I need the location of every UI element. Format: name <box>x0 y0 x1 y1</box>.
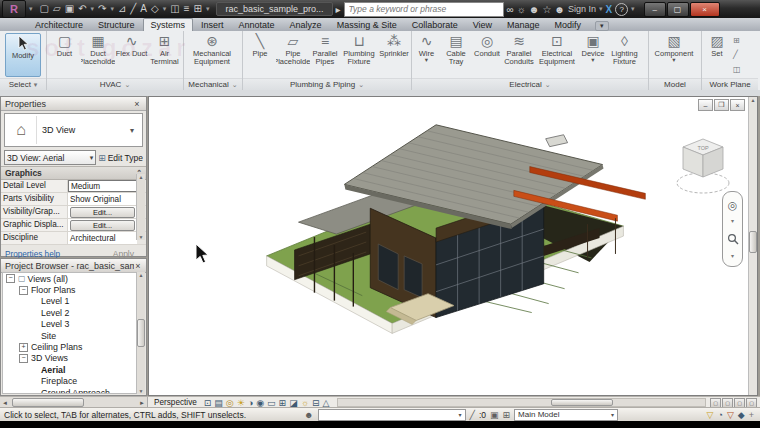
panel-label-hvac[interactable]: HVAC⌄ <box>47 78 183 90</box>
pipe-button[interactable]: ╲Pipe <box>244 32 276 78</box>
panel-label-electrical[interactable]: Electrical⌄ <box>412 78 648 90</box>
select-underlay-icon[interactable]: ◔ <box>717 410 722 420</box>
scroll-up-icon[interactable]: ▲ <box>139 174 144 180</box>
tree-item-level-2[interactable]: Level 2 <box>3 307 136 318</box>
help-caret-icon[interactable]: ▾ <box>631 5 635 13</box>
tree-item-fireplace[interactable]: Fireplace <box>3 376 136 387</box>
tree-item-ground-approach[interactable]: Ground Approach <box>3 387 136 394</box>
undo-caret-icon[interactable]: ▾ <box>91 5 95 13</box>
application-menu-button[interactable]: R <box>2 0 26 18</box>
thin-lines-icon[interactable]: ≡ <box>184 1 190 17</box>
panel-label-work-plane[interactable]: Work Plane <box>702 78 758 90</box>
expand-title-icon[interactable]: ▸ <box>336 4 341 15</box>
parts-visibility-value[interactable]: Show Original <box>68 193 137 205</box>
save-icon[interactable]: ▣ <box>65 1 74 17</box>
main-model-combo[interactable]: Main Model▾ <box>514 409 618 421</box>
view-scale-label[interactable]: Perspective <box>148 398 200 407</box>
view-restore-button[interactable]: ❐ <box>714 99 729 111</box>
select-by-face-icon[interactable]: ◆ <box>738 410 745 420</box>
view-selector-combo[interactable]: 3D View: Aerial▾ <box>4 150 96 165</box>
search-input[interactable] <box>344 2 504 17</box>
viewcube-top-label[interactable]: TOP <box>697 145 709 151</box>
plumbing-fixture-button[interactable]: ⊔Plumbing Fixture <box>340 32 378 78</box>
cable-tray-button[interactable]: ▤Cable Tray <box>440 32 472 78</box>
scroll-right-icon[interactable]: ► <box>137 400 147 406</box>
steering-wheel-icon[interactable]: ◎ <box>728 200 738 210</box>
hvac-launcher-icon[interactable]: ⌄ <box>124 81 130 89</box>
drag-elements-icon[interactable]: + <box>749 410 754 420</box>
viewer-icon[interactable]: ◫ <box>733 65 741 74</box>
render-icon[interactable]: ◉ <box>256 398 264 408</box>
canvas-vertical-scrollbar[interactable]: ▲ <box>748 97 757 395</box>
sign-in-label[interactable]: Sign In <box>568 4 596 14</box>
conduit-button[interactable]: ◎Conduit <box>472 32 502 78</box>
panel-label-plumbing-piping[interactable]: Plumbing & Piping⌄ <box>243 78 411 90</box>
tree-item-aerial[interactable]: Aerial <box>3 364 136 375</box>
parallel-pipes-button[interactable]: ≡Parallel Pipes <box>310 32 340 78</box>
tree-item-level-1[interactable]: Level 1 <box>3 296 136 307</box>
shadows-icon[interactable]: ◑ <box>248 398 253 408</box>
customize-qat-caret-icon[interactable]: ▾ <box>206 5 210 13</box>
wire-button[interactable]: ∿Wire▾ <box>413 32 440 78</box>
tab-view[interactable]: View <box>466 19 499 31</box>
set-work-plane-button[interactable]: ▨Set <box>703 32 731 78</box>
panel-label-mechanical[interactable]: Mechanical⌄ <box>184 78 242 90</box>
help-icon[interactable]: ? <box>615 3 628 16</box>
sprinkler-button[interactable]: ⁂Sprinkler <box>378 32 410 78</box>
tile-button[interactable]: ▢ <box>710 398 721 408</box>
section-icon[interactable]: ◫ <box>170 1 179 17</box>
select-pinned-icon[interactable]: ▽ <box>727 410 734 420</box>
scrollbar-thumb[interactable] <box>551 399 613 406</box>
ribbon-display-toggle[interactable]: ▾ <box>595 21 609 31</box>
properties-scrollbar[interactable]: ▲ ▼ <box>136 174 145 240</box>
tab-manage[interactable]: Manage <box>500 19 547 31</box>
new-file-icon[interactable]: ▢ <box>40 1 49 17</box>
tree-item-level-3[interactable]: Level 3 <box>3 319 136 330</box>
sign-in-person-icon[interactable]: ☻ <box>554 4 565 15</box>
tab-systems[interactable]: Systems <box>143 18 194 31</box>
tab-structure[interactable]: Structure <box>91 19 142 31</box>
duct-button[interactable]: ▢Duct <box>48 32 81 78</box>
scroll-up-icon[interactable]: ▲ <box>751 97 756 103</box>
default-3d-view-icon[interactable]: ◇ <box>151 1 159 17</box>
air-terminal-button[interactable]: ⊞Air Terminal <box>148 32 181 78</box>
active-workset-icon[interactable]: ⊞ <box>503 410 511 420</box>
favorites-star-icon[interactable]: ☆ <box>542 4 551 15</box>
tree-item-3d-views[interactable]: −3D Views <box>3 353 136 364</box>
panel-label-model[interactable]: Model <box>649 78 701 90</box>
electrical-equipment-button[interactable]: ⊡Electrical Equipment <box>536 32 578 78</box>
scrollbar-thumb[interactable] <box>137 319 145 347</box>
reveal-hidden-elements-icon[interactable]: ☼ <box>301 398 309 408</box>
plumbing-launcher-icon[interactable]: ⌄ <box>358 81 364 89</box>
flex-duct-button[interactable]: ∿Flex Duct <box>115 32 148 78</box>
collapse-icon[interactable]: − <box>19 286 28 295</box>
tree-item-ceiling-plans[interactable]: +Ceiling Plans <box>3 341 136 352</box>
restore-button[interactable]: ▢ <box>667 2 689 17</box>
crop-view-icon[interactable]: ▭ <box>267 398 276 408</box>
worksets-icon[interactable]: ▣ <box>490 410 499 420</box>
show-work-plane-icon[interactable]: ⊞ <box>733 36 741 45</box>
detail-level-icon[interactable]: ▤ <box>214 398 223 408</box>
scroll-down-icon[interactable]: ▼ <box>139 234 144 240</box>
scroll-up-icon[interactable]: ▲ <box>139 272 144 278</box>
switch-windows-icon[interactable]: ⊞ <box>194 1 202 17</box>
tile-button[interactable]: ▢ <box>722 398 733 408</box>
mechanical-launcher-icon[interactable]: ⌄ <box>232 81 238 89</box>
redo-caret-icon[interactable]: ▾ <box>110 5 114 13</box>
scrollbar-thumb[interactable] <box>12 398 84 407</box>
tab-analyze[interactable]: Analyze <box>283 19 329 31</box>
tile-button[interactable]: ▢ <box>734 398 745 408</box>
device-button[interactable]: ▣Device▾ <box>578 32 608 78</box>
design-options-combo[interactable]: ▾ <box>318 409 466 421</box>
tree-item-floor-plans[interactable]: −Floor Plans <box>3 284 136 295</box>
editable-only-icon[interactable]: ╱ <box>470 410 475 420</box>
properties-close-icon[interactable]: × <box>132 99 142 109</box>
view-close-button[interactable]: × <box>730 99 745 111</box>
tab-insert[interactable]: Insert <box>194 19 231 31</box>
project-browser-close-icon[interactable]: × <box>134 261 142 271</box>
panel-label-select[interactable]: Select▾ <box>0 78 46 90</box>
expand-icon[interactable]: + <box>19 343 28 352</box>
tree-item-views-all[interactable]: −▢Views (all) <box>3 273 136 284</box>
properties-title-bar[interactable]: Properties × <box>1 97 146 111</box>
tab-modify[interactable]: Modify <box>548 19 589 31</box>
